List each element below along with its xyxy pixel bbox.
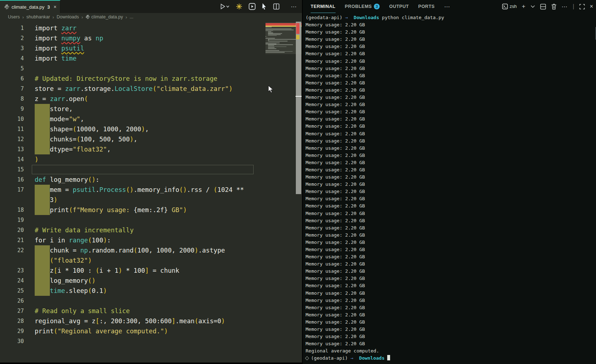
- terminal-output[interactable]: (geodata-api) → Downloads python climate…: [303, 13, 596, 364]
- terminal-line-memory: Memory usage: 2.20 GB: [306, 181, 596, 188]
- terminal-line-memory: Memory usage: 2.20 GB: [306, 319, 596, 326]
- code-text: # Read only a small slice: [35, 306, 130, 316]
- line-number: 17: [0, 185, 24, 195]
- code-line[interactable]: 3import psutil: [0, 43, 302, 53]
- code-text: 3): [50, 195, 57, 205]
- terminal-line-memory: Memory usage: 2.20 GB: [306, 260, 596, 268]
- close-panel-icon[interactable]: ×: [590, 3, 593, 10]
- code-line[interactable]: 9store,: [0, 104, 302, 114]
- python-file-icon: [4, 4, 9, 9]
- breadcrumb-item-users[interactable]: Users: [8, 14, 20, 19]
- code-line[interactable]: 16def log_memory():: [0, 175, 302, 185]
- terminal-block-cursor: [387, 355, 390, 360]
- terminal-line-memory: Memory usage: 2.20 GB: [306, 94, 596, 101]
- vscode-window: climate_data.py 3 ×: [0, 0, 596, 364]
- editor-scrollbar[interactable]: [296, 22, 301, 194]
- line-number: 23: [0, 266, 24, 276]
- code-line[interactable]: 12chunks=(100, 500, 500),: [0, 134, 302, 144]
- terminal-prompt-line: (geodata-api) → Downloads: [306, 355, 596, 362]
- code-line[interactable]: 28regional_avg = z[:, 200:300, 500:600].…: [0, 316, 302, 326]
- maximize-panel-icon[interactable]: [579, 4, 585, 9]
- code-line[interactable]: 19: [0, 215, 302, 225]
- terminal-line-memory: Memory usage: 2.20 GB: [306, 79, 596, 87]
- code-line[interactable]: 15: [0, 165, 302, 175]
- code-line[interactable]: 24log_memory(): [0, 276, 302, 286]
- new-terminal-button[interactable]: +: [522, 3, 526, 10]
- run-python-file-button[interactable]: [220, 4, 230, 9]
- breadcrumb-item-shubhankar[interactable]: shubhankar: [26, 14, 50, 19]
- code-line[interactable]: 18print(f"Memory usage: {mem:.2f} GB"): [0, 205, 302, 215]
- panel-tab-terminal[interactable]: TERMINAL: [311, 0, 336, 13]
- code-line[interactable]: 30: [0, 336, 302, 346]
- terminal-line-memory: Memory usage: 2.20 GB: [306, 282, 596, 289]
- code-line[interactable]: 3): [0, 195, 302, 205]
- code-line[interactable]: 13dtype="float32",: [0, 144, 302, 154]
- line-number: 18: [0, 205, 24, 215]
- code-line[interactable]: 10mode="w",: [0, 114, 302, 124]
- line-number: 15: [0, 165, 24, 175]
- indent-guide-highlight: [35, 144, 50, 154]
- line-number: 27: [0, 306, 24, 316]
- split-editor-icon[interactable]: [273, 3, 280, 10]
- code-line[interactable]: 22chunk = np.random.rand(100, 1000, 2000…: [0, 245, 302, 255]
- code-text: shape=(10000, 1000, 2000),: [50, 124, 149, 134]
- code-line[interactable]: 7store = zarr.storage.LocalStore("climat…: [0, 84, 302, 94]
- tab-close-icon[interactable]: ×: [53, 4, 56, 10]
- terminal-line-memory: Memory usage: 2.20 GB: [306, 130, 596, 137]
- terminal-line-memory: Memory usage: 2.20 GB: [306, 232, 596, 239]
- code-line[interactable]: 23z[i * 100 : (i + 1) * 100] = chunk: [0, 266, 302, 276]
- panel-tab-problems[interactable]: PROBLEMS3: [345, 0, 380, 13]
- line-number: 24: [0, 276, 24, 286]
- code-line[interactable]: 6# Updated: DirectoryStore is now in zar…: [0, 74, 302, 84]
- tab-climate-data[interactable]: climate_data.py 3 ×: [0, 0, 60, 13]
- code-text: log_memory(): [50, 276, 95, 286]
- code-line[interactable]: 1import zarr: [0, 23, 302, 33]
- terminal-line-memory: Memory usage: 2.20 GB: [306, 202, 596, 210]
- code-line[interactable]: 29print("Regional average computed."): [0, 326, 302, 336]
- code-text: store,: [50, 104, 73, 114]
- code-line[interactable]: 4import time: [0, 53, 302, 63]
- launch-profile-chevron-icon[interactable]: [531, 5, 535, 8]
- breadcrumb-item-downloads[interactable]: Downloads: [57, 14, 79, 19]
- terminal-line-memory: Memory usage: 2.20 GB: [306, 21, 596, 28]
- editor-more-actions-icon[interactable]: ⋯: [291, 3, 297, 10]
- code-line[interactable]: 14): [0, 154, 302, 165]
- code-line[interactable]: 2import numpy as np: [0, 33, 302, 43]
- line-number: 1: [0, 23, 24, 33]
- code-line[interactable]: 27# Read only a small slice: [0, 306, 302, 316]
- kill-terminal-trash-icon[interactable]: [551, 4, 557, 10]
- line-number: 30: [0, 336, 24, 346]
- code-line[interactable]: 11shape=(10000, 1000, 2000),: [0, 124, 302, 134]
- breadcrumb-separator: ›: [125, 14, 127, 20]
- breadcrumb-item-climate-data-py[interactable]: climate_data.py: [86, 14, 123, 19]
- code-line[interactable]: ("float32"): [0, 255, 302, 266]
- run-in-box-icon[interactable]: [249, 3, 256, 10]
- panel-tab-ports[interactable]: PORTS: [418, 0, 435, 13]
- panel-more-actions-icon[interactable]: ⋯: [562, 3, 568, 10]
- current-line-highlight: [32, 165, 254, 174]
- split-terminal-button[interactable]: [540, 4, 546, 10]
- code-line[interactable]: 17mem = psutil.Process().memory_info().r…: [0, 185, 302, 195]
- code-text: import psutil: [35, 43, 84, 53]
- code-line[interactable]: 8z = zarr.open(: [0, 94, 302, 104]
- shell-session-item[interactable]: zsh: [502, 4, 517, 9]
- code-line[interactable]: 26: [0, 296, 302, 306]
- terminal-line-memory: Memory usage: 2.20 GB: [306, 224, 596, 232]
- breadcrumb-item--[interactable]: ...: [130, 14, 133, 19]
- line-number: 29: [0, 326, 24, 336]
- code-line[interactable]: 21for i in range(100):: [0, 235, 302, 245]
- indent-guide-highlight: [35, 255, 50, 266]
- panel-tabs-overflow-icon[interactable]: ⋯: [444, 3, 450, 10]
- panel-tab-output[interactable]: OUTPUT: [389, 0, 409, 13]
- code-line[interactable]: 5: [0, 63, 302, 74]
- terminal-line-memory: Memory usage: 2.20 GB: [306, 159, 596, 166]
- terminal-line-memory: Memory usage: 2.20 GB: [306, 340, 596, 347]
- code-editor[interactable]: 1import zarr2import numpy as np3import p…: [0, 21, 302, 363]
- pointer-tool-icon[interactable]: [262, 3, 267, 10]
- line-number: 25: [0, 286, 24, 296]
- code-line[interactable]: 25time.sleep(0.1): [0, 286, 302, 296]
- starburst-extension-icon[interactable]: [236, 3, 242, 10]
- code-text: print("Regional average computed."): [35, 326, 168, 336]
- code-line[interactable]: 20# Write data incrementally: [0, 225, 302, 235]
- overview-ruler-cursor-mark: [295, 96, 302, 97]
